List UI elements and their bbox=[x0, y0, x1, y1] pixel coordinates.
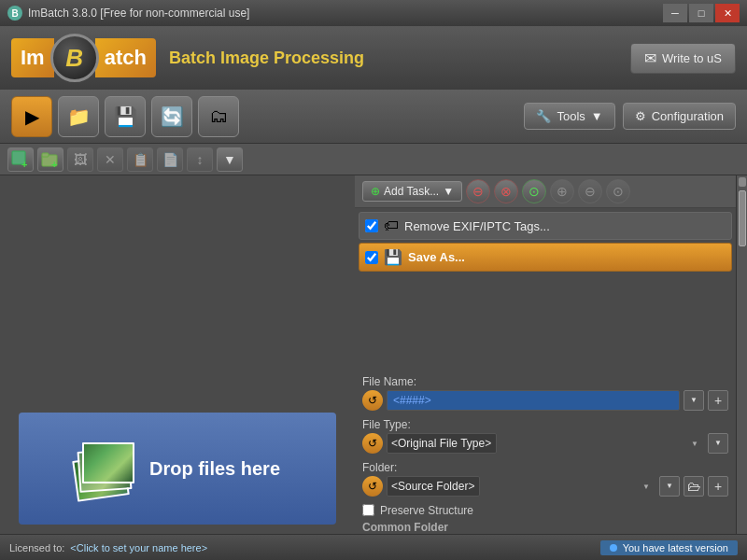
envelope-icon: ✉ bbox=[644, 49, 656, 67]
write-to-us-button[interactable]: ✉ Write to uS bbox=[630, 43, 736, 74]
add-task-dropdown: ▼ bbox=[443, 185, 454, 198]
file-name-refresh-icon[interactable]: ↺ bbox=[362, 390, 383, 411]
task-item-remove-exif[interactable]: 🏷 Remove EXIF/IPTC Tags... bbox=[359, 212, 732, 240]
task-edit-button[interactable]: ⊙ bbox=[606, 179, 630, 203]
task-list: 🏷 Remove EXIF/IPTC Tags... 💾 Save As... bbox=[355, 208, 736, 368]
file-type-dropdown[interactable]: ▼ bbox=[708, 433, 728, 454]
file-type-select-wrapper: <Original File Type> bbox=[387, 433, 704, 454]
tools-dropdown-icon: ▼ bbox=[591, 109, 603, 123]
save-button[interactable]: 💾 bbox=[105, 96, 146, 137]
app-title: ImBatch 3.8.0 [Free for non-commercial u… bbox=[28, 7, 249, 20]
file-type-select[interactable]: <Original File Type> bbox=[387, 433, 497, 454]
logo-subtitle: Batch Image Processing bbox=[169, 49, 364, 68]
add-image-button[interactable]: + bbox=[7, 147, 34, 172]
file-name-row: ↺ ▼ + bbox=[362, 390, 728, 411]
configuration-button[interactable]: ⚙ Configuration bbox=[623, 103, 736, 130]
file-type-group: File Type: ↺ <Original File Type> ▼ bbox=[362, 418, 728, 454]
main-toolbar: ▶ 📁 💾 🔄 🗂 🔧 Tools ▼ ⚙ Configuration bbox=[0, 90, 747, 144]
task-down-button[interactable]: ⊖ bbox=[578, 179, 602, 203]
batch-button[interactable]: 🗂 bbox=[198, 96, 239, 137]
task-item-save-as[interactable]: 💾 Save As... bbox=[359, 243, 732, 272]
copy-button[interactable]: 📋 bbox=[127, 147, 153, 172]
add-task-button[interactable]: ⊕ Add Task... ▼ bbox=[362, 181, 462, 202]
tools-button[interactable]: 🔧 Tools ▼ bbox=[524, 103, 614, 130]
file-type-label: File Type: bbox=[362, 418, 728, 431]
folder-select[interactable]: <Source Folder> bbox=[387, 476, 480, 497]
sub-toolbar: + + 🖼 ✕ 📋 📄 ↕ ▼ bbox=[0, 144, 747, 175]
drop-zone-text: Drop files here bbox=[149, 458, 280, 480]
right-scrollbar[interactable] bbox=[736, 175, 747, 534]
thumb-3 bbox=[82, 442, 134, 483]
licensed-to-label: Licensed to: bbox=[9, 542, 64, 553]
close-button[interactable]: ✕ bbox=[715, 4, 740, 22]
config-label: Configuration bbox=[652, 109, 724, 123]
main-area: Drop files here ⊕ Add Task... ▼ ⊖ ⊗ ⊙ ⊕ … bbox=[0, 175, 747, 534]
right-content: ⊕ Add Task... ▼ ⊖ ⊗ ⊙ ⊕ ⊖ ⊙ 🏷 Remove EXI… bbox=[355, 175, 736, 534]
folder-group: Folder: ↺ <Source Folder> ▼ 🗁 + bbox=[362, 461, 728, 497]
toolbar-left: ▶ 📁 💾 🔄 🗂 bbox=[11, 96, 239, 137]
view-button[interactable]: 🖼 bbox=[67, 147, 93, 172]
version-label: You have latest version bbox=[623, 542, 728, 553]
exif-icon: 🏷 bbox=[384, 217, 399, 234]
scroll-up-arrow[interactable] bbox=[739, 177, 746, 187]
file-name-dropdown[interactable]: ▼ bbox=[684, 390, 704, 411]
logo-im: Im bbox=[11, 38, 54, 77]
scroll-thumb[interactable] bbox=[739, 190, 746, 246]
folder-row: ↺ <Source Folder> ▼ 🗁 + bbox=[362, 476, 728, 497]
task-checkbox-exif[interactable] bbox=[365, 219, 378, 232]
task-toolbar: ⊕ Add Task... ▼ ⊖ ⊗ ⊙ ⊕ ⊖ ⊙ bbox=[355, 175, 736, 208]
folder-dropdown[interactable]: ▼ bbox=[659, 476, 680, 497]
common-folder-label: Common Folder bbox=[362, 521, 728, 534]
svg-text:+: + bbox=[21, 159, 27, 169]
start-button[interactable]: ▶ bbox=[11, 96, 52, 137]
file-name-plus[interactable]: + bbox=[708, 390, 728, 411]
logo-b: B bbox=[65, 44, 83, 73]
folder-refresh-icon[interactable]: ↺ bbox=[362, 476, 383, 497]
save-icon: 💾 bbox=[384, 248, 402, 266]
licensed-to-value[interactable]: <Click to set your name here> bbox=[70, 542, 207, 553]
file-type-refresh-icon[interactable]: ↺ bbox=[362, 433, 383, 454]
title-bar: B ImBatch 3.8.0 [Free for non-commercial… bbox=[0, 0, 747, 26]
svg-rect-3 bbox=[42, 153, 49, 157]
header: Im B atch Batch Image Processing ✉ Write… bbox=[0, 26, 747, 90]
preserve-structure-checkbox[interactable] bbox=[362, 504, 374, 516]
plus-circle-icon: ⊕ bbox=[371, 185, 380, 198]
task-up-button[interactable]: ⊕ bbox=[550, 179, 574, 203]
open-folder-button[interactable]: 📁 bbox=[58, 96, 99, 137]
tools-label: Tools bbox=[557, 109, 585, 123]
app-icon: B bbox=[7, 6, 22, 21]
folder-new[interactable]: + bbox=[708, 476, 728, 497]
refresh-button[interactable]: 🔄 bbox=[151, 96, 192, 137]
file-name-label: File Name: bbox=[362, 375, 728, 388]
minimize-button[interactable]: ─ bbox=[663, 4, 687, 22]
task-details: File Name: ↺ ▼ + File Type: ↺ bbox=[355, 368, 736, 535]
window-controls: ─ □ ✕ bbox=[663, 4, 740, 22]
folder-plus[interactable]: 🗁 bbox=[684, 476, 704, 497]
svg-text:+: + bbox=[51, 159, 57, 169]
preserve-structure-label: Preserve Structure bbox=[380, 504, 473, 517]
folder-label: Folder: bbox=[362, 461, 728, 474]
task-checkbox-save[interactable] bbox=[365, 251, 378, 264]
move-button[interactable]: ↕ bbox=[187, 147, 213, 172]
logo-atch: atch bbox=[95, 38, 156, 77]
paste-button[interactable]: 📄 bbox=[157, 147, 183, 172]
right-panel-container: ⊕ Add Task... ▼ ⊖ ⊗ ⊙ ⊕ ⊖ ⊙ 🏷 Remove EXI… bbox=[355, 175, 747, 534]
version-status: You have latest version bbox=[600, 540, 738, 555]
task-label-save: Save As... bbox=[408, 250, 465, 264]
add-folder-button[interactable]: + bbox=[37, 147, 63, 172]
wrench-icon: 🔧 bbox=[536, 109, 551, 123]
task-label-exif: Remove EXIF/IPTC Tags... bbox=[404, 219, 550, 233]
drop-zone[interactable]: Drop files here bbox=[19, 413, 336, 525]
file-name-input[interactable] bbox=[387, 390, 680, 411]
maximize-button[interactable]: □ bbox=[689, 4, 713, 22]
folder-select-wrapper: <Source Folder> bbox=[387, 476, 655, 497]
logo-b-circle: B bbox=[50, 34, 99, 82]
task-remove-button[interactable]: ⊖ bbox=[466, 179, 490, 203]
more-button[interactable]: ▼ bbox=[217, 147, 243, 172]
task-stop-button[interactable]: ⊗ bbox=[494, 179, 518, 203]
delete-button[interactable]: ✕ bbox=[97, 147, 123, 172]
task-play-button[interactable]: ⊙ bbox=[522, 179, 546, 203]
add-task-label: Add Task... bbox=[384, 185, 439, 198]
file-type-row: ↺ <Original File Type> ▼ bbox=[362, 433, 728, 454]
preserve-structure-row: Preserve Structure bbox=[362, 504, 728, 517]
